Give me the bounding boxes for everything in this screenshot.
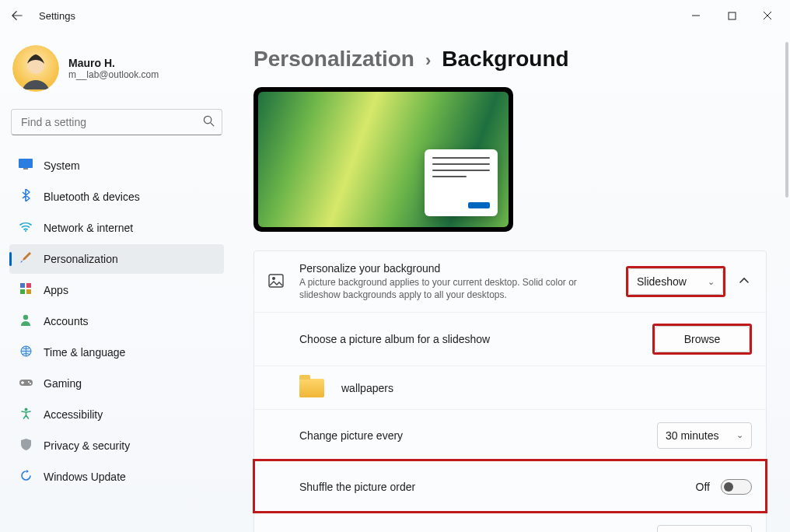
account-name: Mauro H. xyxy=(68,57,159,69)
svg-rect-0 xyxy=(729,12,736,19)
svg-point-11 xyxy=(23,314,28,319)
sidebar-item-accounts[interactable]: Accounts xyxy=(9,306,224,336)
sidebar-item-label: System xyxy=(44,159,80,172)
maximize-icon xyxy=(728,12,736,20)
maximize-button[interactable] xyxy=(714,3,750,28)
sidebar-item-network[interactable]: Network & internet xyxy=(9,213,224,243)
breadcrumb: Personalization › Background xyxy=(253,47,767,72)
sidebar-item-privacy[interactable]: Privacy & security xyxy=(9,431,224,460)
account-card[interactable]: Mauro H. m__lab@outlook.com xyxy=(9,40,224,100)
nav-list: System Bluetooth & devices Network & int… xyxy=(9,151,224,492)
display-icon xyxy=(19,159,33,173)
apps-icon xyxy=(19,283,33,297)
chevron-up-icon xyxy=(739,275,750,286)
arrow-left-icon xyxy=(12,10,23,21)
svg-point-3 xyxy=(204,116,211,123)
window-title: Settings xyxy=(39,10,75,22)
gaming-icon xyxy=(19,376,33,390)
sidebar-item-apps[interactable]: Apps xyxy=(9,275,224,305)
globe-icon xyxy=(19,345,33,360)
background-preview xyxy=(253,87,513,232)
update-icon xyxy=(19,470,33,485)
preview-window-icon xyxy=(425,149,498,216)
chevron-down-icon: ⌄ xyxy=(736,430,743,440)
personalize-desc: A picture background applies to your cur… xyxy=(299,276,612,301)
titlebar: Settings xyxy=(0,0,790,31)
personalize-card: Personalize your background A picture ba… xyxy=(253,250,767,532)
interval-title: Change picture every xyxy=(299,429,643,442)
wifi-icon xyxy=(19,221,33,235)
svg-point-6 xyxy=(25,230,26,232)
svg-point-15 xyxy=(29,383,30,384)
sidebar-item-update[interactable]: Windows Update xyxy=(9,462,224,492)
chevron-right-icon: › xyxy=(425,51,431,71)
dropdown-value: Slideshow xyxy=(637,275,687,288)
sidebar-item-label: Accessibility xyxy=(44,408,103,421)
close-button[interactable] xyxy=(750,3,785,28)
svg-point-16 xyxy=(24,408,27,411)
shuffle-row: Shuffle the picture order Off xyxy=(254,460,766,512)
folder-icon xyxy=(299,379,324,397)
svg-rect-5 xyxy=(23,168,28,170)
minimize-button[interactable] xyxy=(678,3,714,28)
album-name: wallpapers xyxy=(341,382,393,394)
interval-dropdown[interactable]: 30 minutes ⌄ xyxy=(657,422,752,449)
scrollbar[interactable] xyxy=(785,42,788,198)
fit-dropdown[interactable]: Fill ⌄ xyxy=(657,525,752,532)
breadcrumb-current: Background xyxy=(442,47,568,72)
sidebar-item-label: Network & internet xyxy=(44,222,133,234)
breadcrumb-parent[interactable]: Personalization xyxy=(253,47,414,72)
account-email: m__lab@outlook.com xyxy=(68,69,159,80)
person-icon xyxy=(19,314,33,329)
chevron-down-icon: ⌄ xyxy=(708,277,715,287)
sidebar-item-label: Privacy & security xyxy=(44,439,130,452)
svg-rect-8 xyxy=(26,283,31,288)
sidebar-item-label: Gaming xyxy=(44,377,82,390)
brush-icon xyxy=(19,251,33,267)
dropdown-value: 30 minutes xyxy=(666,429,718,442)
sidebar-item-time[interactable]: Time & language xyxy=(9,338,224,367)
album-entry[interactable]: wallpapers xyxy=(254,366,766,409)
image-icon xyxy=(268,274,285,290)
album-title: Choose a picture album for a slideshow xyxy=(299,333,638,345)
svg-rect-9 xyxy=(20,289,25,294)
svg-point-18 xyxy=(272,277,275,280)
svg-rect-10 xyxy=(26,289,31,294)
collapse-button[interactable] xyxy=(736,275,752,289)
bluetooth-icon xyxy=(19,189,33,205)
sidebar-item-gaming[interactable]: Gaming xyxy=(9,369,224,398)
minimize-icon xyxy=(691,11,701,20)
shuffle-title: Shuffle the picture order xyxy=(299,481,682,493)
accessibility-icon xyxy=(19,408,33,422)
browse-button[interactable]: Browse xyxy=(655,326,750,352)
sidebar-item-label: Bluetooth & devices xyxy=(44,191,140,203)
search-input[interactable] xyxy=(11,109,222,135)
sidebar-item-bluetooth[interactable]: Bluetooth & devices xyxy=(9,182,224,212)
sidebar-item-label: Windows Update xyxy=(44,471,126,483)
sidebar-item-personalization[interactable]: Personalization xyxy=(9,244,224,274)
content-area: Personalization › Background xyxy=(233,31,790,532)
close-icon xyxy=(763,11,772,20)
svg-rect-7 xyxy=(20,283,25,288)
sidebar-item-accessibility[interactable]: Accessibility xyxy=(9,400,224,429)
svg-rect-17 xyxy=(269,275,283,287)
back-button[interactable] xyxy=(5,3,30,28)
search-icon xyxy=(203,115,215,129)
svg-rect-4 xyxy=(19,159,33,168)
sidebar: Mauro H. m__lab@outlook.com System Bluet… xyxy=(0,31,233,532)
svg-point-14 xyxy=(27,381,29,383)
search-box xyxy=(11,109,222,135)
shuffle-state: Off xyxy=(696,481,710,493)
shuffle-toggle[interactable] xyxy=(721,479,752,495)
sidebar-item-label: Accounts xyxy=(44,315,89,327)
background-mode-dropdown[interactable]: Slideshow ⌄ xyxy=(628,268,723,295)
sidebar-item-label: Personalization xyxy=(44,253,118,265)
shield-icon xyxy=(19,439,33,453)
sidebar-item-label: Time & language xyxy=(44,346,125,359)
personalize-title: Personalize your background xyxy=(299,262,612,275)
avatar xyxy=(12,45,59,92)
sidebar-item-label: Apps xyxy=(44,284,68,296)
sidebar-item-system[interactable]: System xyxy=(9,151,224,180)
